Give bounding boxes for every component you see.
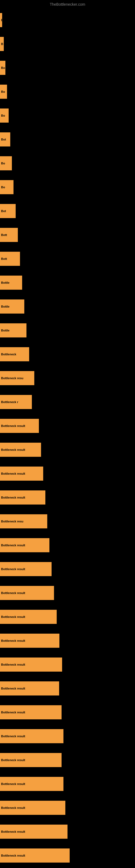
bar: Bottleneck result <box>0 419 39 433</box>
bar-row: Bottleneck result <box>0 414 135 438</box>
bar: Bott <box>0 228 18 242</box>
bar: Bottleneck result <box>0 681 59 695</box>
bar-row: Bottleneck result <box>0 438 135 462</box>
bar-row: Bottleneck resu <box>0 509 135 533</box>
bar-label: Bottleneck resu <box>1 376 24 380</box>
bar-label: Bottleneck result <box>1 424 25 428</box>
bar-label: Bottleneck result <box>1 711 25 714</box>
bar: Bottleneck result <box>0 467 43 480</box>
bar-label: Bottleneck result <box>1 472 25 475</box>
bar-row: Bottleneck result <box>0 533 135 557</box>
bar-row: B <box>0 8 135 32</box>
bar-label: Bot <box>1 138 6 141</box>
bar-label: Bottleneck result <box>1 591 25 595</box>
bar-label: Bo <box>1 66 5 69</box>
bar: Bo <box>0 61 5 75</box>
bar-label: Bott <box>1 257 7 260</box>
bar-label: Bottleneck result <box>1 615 25 618</box>
bar-row: Bottleneck result <box>0 486 135 509</box>
bar-label: Bo <box>1 90 5 93</box>
bar: Bottleneck result <box>0 777 63 791</box>
bar-row: Bottleneck result <box>0 724 135 748</box>
bar-row: Bottle <box>0 271 135 294</box>
bar-label: Bottleneck result <box>1 782 25 785</box>
bar: Bot <box>0 132 10 147</box>
bar-label: Bottleneck <box>1 352 16 356</box>
bar-label: Bottleneck result <box>1 448 25 452</box>
bar-row: B <box>0 32 135 56</box>
bar-label: B <box>1 42 3 45</box>
bar-label: Bottleneck result <box>1 806 25 809</box>
bar-row: Bo <box>0 56 135 80</box>
bar-label: Bottleneck r <box>1 400 18 404</box>
bar-row: Bottleneck result <box>0 557 135 581</box>
bar: Bottleneck result <box>0 443 41 457</box>
bar-row: Bottleneck result <box>0 844 135 867</box>
bar-row: Bo <box>0 151 135 175</box>
bar-row: Bottleneck result <box>0 748 135 772</box>
bar-label: Bot <box>1 209 6 213</box>
bar-label: Bottleneck result <box>1 758 25 762</box>
bar-label: Bottle <box>1 305 9 308</box>
bar: Bo <box>0 156 12 170</box>
bar-row: Bottleneck result <box>0 820 135 844</box>
bar-label: Bottleneck result <box>1 687 25 690</box>
bar-row: Bottleneck result <box>0 605 135 629</box>
bar-label: Bottleneck result <box>1 544 25 547</box>
bar-label: Bottleneck result <box>1 830 25 833</box>
bar-label: Bott <box>1 233 7 237</box>
bar-label: Bottleneck result <box>1 567 25 571</box>
bar: Bottle <box>0 276 22 290</box>
bar-row: Bottleneck result <box>0 653 135 677</box>
site-title: TheBottlenecker.com <box>0 0 135 8</box>
bar: B <box>0 37 4 51</box>
bar: Bottle <box>0 300 24 314</box>
bar: Bottleneck resu <box>0 514 47 528</box>
bar: B <box>0 13 2 27</box>
bars-container: BBBoBoBoBotBoBoBotBottBottBottleBottleBo… <box>0 8 135 867</box>
bar: Bottleneck result <box>0 825 68 839</box>
bar-label: Bottleneck resu <box>1 520 24 523</box>
bar: Bottleneck resu <box>0 371 34 385</box>
bar-row: Bottleneck <box>0 342 135 366</box>
bar: Bottleneck result <box>0 801 65 815</box>
bar-row: Bottleneck result <box>0 581 135 605</box>
bar-label: Bottleneck result <box>1 663 25 666</box>
bar-row: Bo <box>0 175 135 199</box>
bar: Bottle <box>0 323 27 337</box>
bar-label: Bottleneck result <box>1 496 25 499</box>
bar-row: Bottleneck result <box>0 772 135 796</box>
bar: Bottleneck result <box>0 705 61 719</box>
bar-row: Bottleneck result <box>0 701 135 724</box>
bar-row: Bo <box>0 104 135 127</box>
bar: Bottleneck result <box>0 633 59 648</box>
bar-row: Bot <box>0 199 135 223</box>
bar: Bottleneck result <box>0 562 52 576</box>
bar-label: Bottleneck result <box>1 639 25 642</box>
bar-row: Bottle <box>0 294 135 318</box>
bar: Bottleneck result <box>0 490 45 504</box>
bar-row: Bottleneck result <box>0 796 135 820</box>
bar-row: Bott <box>0 247 135 271</box>
bar-row: Bottleneck result <box>0 677 135 701</box>
bar-row: Bottle <box>0 318 135 342</box>
bar-row: Bottleneck r <box>0 390 135 414</box>
bar: Bottleneck result <box>0 538 49 552</box>
bar: Bo <box>0 108 9 123</box>
bar-row: Bott <box>0 223 135 247</box>
bar: Bottleneck result <box>0 729 63 743</box>
bar: Bottleneck result <box>0 753 61 767</box>
bar: Bo <box>0 180 13 194</box>
bar-row: Bottleneck resu <box>0 366 135 390</box>
bar: Bo <box>0 85 7 99</box>
bar: Bottleneck <box>0 347 29 361</box>
bar-label: Bottleneck result <box>1 854 25 857</box>
bar-row: Bottleneck result <box>0 629 135 653</box>
bar-label: Bo <box>1 162 5 165</box>
bar: Bottleneck result <box>0 657 62 672</box>
bar-row: Bot <box>0 127 135 151</box>
bar: Bot <box>0 204 16 218</box>
bar: Bottleneck result <box>0 586 54 600</box>
bar-label: Bo <box>1 186 5 189</box>
bar: Bott <box>0 252 20 266</box>
